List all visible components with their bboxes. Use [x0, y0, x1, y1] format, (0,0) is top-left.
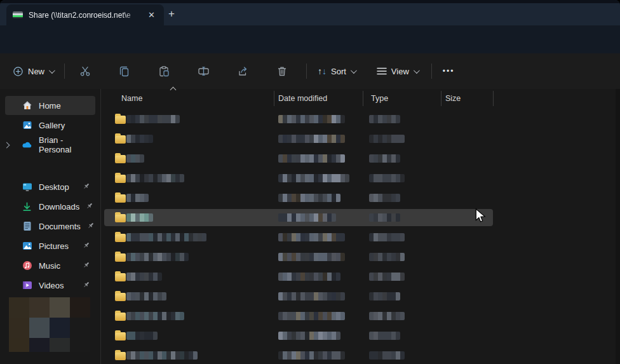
column-divider[interactable] — [441, 91, 441, 106]
command-toolbar: New ↑↓ Sort View — [0, 53, 620, 89]
sidebar-item-downloads[interactable]: Downloads — [5, 197, 95, 216]
sidebar-item-gallery[interactable]: Gallery — [5, 116, 95, 135]
redacted-type — [369, 174, 405, 182]
plus-circle-icon — [13, 66, 24, 77]
sidebar-item-label: Desktop — [39, 182, 69, 192]
share-icon — [237, 65, 248, 77]
folder-row[interactable] — [101, 267, 620, 286]
redacted-date-modified — [278, 233, 345, 241]
folder-row[interactable] — [101, 208, 620, 227]
redacted-date-modified — [278, 253, 345, 261]
rename-button[interactable] — [188, 60, 219, 82]
sidebar-item-onedrive-brian[interactable]: Brian - Personal — [5, 135, 95, 154]
folder-row[interactable] — [101, 227, 620, 247]
navigation-bar: This PC Share (\\titan2.conroeisd.net\em… — [0, 25, 620, 53]
view-button-label: View — [391, 67, 409, 76]
redacted-folder-name — [126, 351, 198, 360]
sidebar-section-gap — [0, 155, 100, 177]
folder-row[interactable] — [101, 286, 620, 306]
folder-row[interactable] — [101, 149, 620, 168]
redacted-type — [369, 154, 400, 163]
sidebar-item-videos[interactable]: Videos — [5, 276, 95, 295]
new-button-label: New — [28, 67, 44, 76]
sidebar-item-home[interactable]: Home — [5, 96, 95, 115]
folder-icon — [115, 273, 126, 281]
column-header-name[interactable]: Name — [121, 94, 142, 103]
chevron-down-icon — [49, 67, 55, 74]
view-button[interactable]: View — [371, 62, 424, 81]
column-divider[interactable] — [363, 91, 363, 106]
folder-row[interactable] — [101, 188, 620, 208]
chevron-down-icon — [414, 67, 420, 74]
sort-button[interactable]: ↑↓ Sort — [312, 62, 361, 81]
cut-scissors-icon — [79, 65, 91, 77]
folder-row[interactable] — [101, 129, 620, 149]
home-icon — [22, 100, 32, 111]
redacted-type — [369, 292, 400, 300]
sidebar-item-label: Music — [39, 261, 60, 271]
network-drive-icon — [13, 11, 23, 18]
column-header-type[interactable]: Type — [371, 94, 388, 103]
folder-icon — [115, 234, 126, 242]
sidebar-item-pictures[interactable]: Pictures — [5, 236, 95, 255]
folder-icon — [115, 352, 126, 360]
redacted-folder-name — [126, 154, 144, 163]
redacted-folder-name — [126, 273, 162, 281]
redacted-type — [369, 312, 405, 320]
redacted-date-modified — [278, 135, 345, 143]
tab-close-button[interactable]: ✕ — [145, 10, 158, 20]
tab-title: Share (\\titan2.conroeisd.net\e — [29, 11, 140, 20]
downloads-icon — [22, 201, 32, 212]
column-divider[interactable] — [493, 91, 494, 106]
copy-button[interactable] — [109, 60, 140, 82]
folder-icon — [115, 214, 126, 222]
folder-row[interactable] — [101, 346, 620, 364]
toolbar-divider — [431, 64, 432, 79]
column-headers: Name Date modified Type Size — [101, 89, 620, 109]
redacted-date-modified — [278, 312, 345, 320]
folder-row[interactable] — [101, 326, 620, 346]
mouse-cursor — [475, 208, 486, 226]
title-bar: Share (\\titan2.conroeisd.net\e ✕ + — [0, 0, 620, 25]
share-button[interactable] — [227, 60, 258, 82]
column-header-size[interactable]: Size — [445, 94, 461, 103]
column-divider[interactable] — [274, 91, 274, 106]
scrollbar-gutter[interactable] — [616, 89, 620, 364]
cut-button[interactable] — [70, 60, 100, 82]
redacted-folder-name — [126, 233, 206, 241]
onedrive-cloud-icon — [22, 140, 32, 151]
see-more-button[interactable]: ••• — [437, 62, 461, 80]
expand-chevron-icon[interactable] — [4, 142, 10, 148]
folder-icon — [115, 155, 126, 163]
redacted-type — [369, 351, 405, 360]
sidebar-item-label: Home — [39, 101, 61, 111]
file-explorer-window: Share (\\titan2.conroeisd.net\e ✕ + This… — [0, 0, 620, 364]
paste-clipboard-icon — [158, 65, 170, 77]
paste-button[interactable] — [149, 60, 179, 82]
sort-button-label: Sort — [331, 67, 346, 76]
folder-row[interactable] — [101, 168, 620, 188]
redacted-type — [369, 273, 405, 281]
new-tab-button[interactable]: + — [165, 8, 178, 19]
toolbar-divider — [306, 64, 307, 79]
redacted-folder-name — [126, 253, 189, 261]
folder-icon — [115, 332, 126, 340]
delete-button[interactable] — [267, 60, 297, 82]
folder-row[interactable] — [101, 109, 620, 129]
folder-icon — [115, 293, 126, 301]
column-header-date-modified[interactable]: Date modified — [278, 94, 327, 103]
folder-row[interactable] — [101, 306, 620, 326]
folder-row[interactable] — [101, 247, 620, 267]
redacted-folder-name — [126, 292, 166, 300]
pin-icon — [83, 182, 90, 192]
sidebar-item-music[interactable]: Music — [5, 256, 95, 275]
sidebar-item-label: Pictures — [39, 241, 69, 251]
new-button[interactable]: New — [7, 62, 59, 81]
redacted-date-modified — [278, 351, 345, 360]
folder-icon — [115, 194, 126, 203]
sidebar-item-label: Gallery — [39, 121, 65, 130]
sidebar-item-desktop[interactable]: Desktop — [5, 177, 95, 196]
pin-icon — [83, 241, 90, 251]
explorer-tab[interactable]: Share (\\titan2.conroeisd.net\e ✕ — [6, 4, 164, 25]
sidebar-item-documents[interactable]: Documents — [5, 217, 95, 236]
